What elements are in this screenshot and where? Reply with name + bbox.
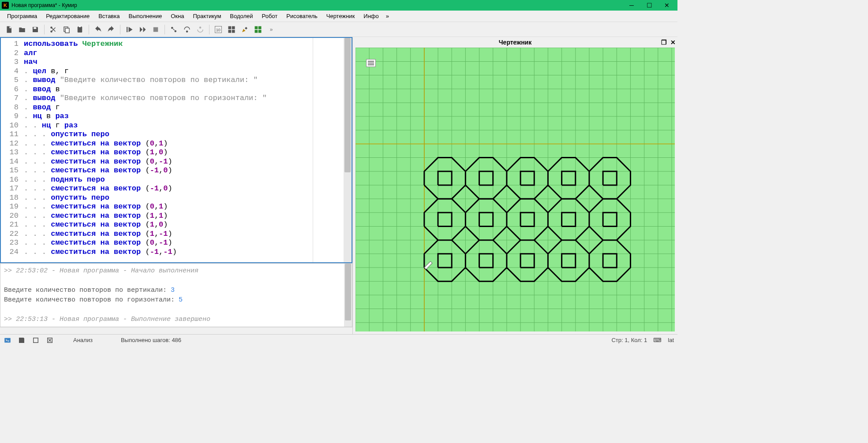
svg-rect-20 [258,26,262,29]
window-title: Новая программа* - Кумир [11,2,623,8]
paste-button[interactable] [74,23,86,36]
toolbar: 10 » [0,22,677,37]
minimize-button[interactable]: ─ [623,0,640,11]
drawing-panel-title: Чертежник ❐ ✕ [353,37,677,48]
svg-rect-19 [255,26,258,29]
svg-point-9 [171,27,173,29]
copy-button[interactable] [60,23,73,36]
step-into-button[interactable] [168,23,180,36]
new-file-button[interactable] [3,23,15,36]
redo-button[interactable] [105,23,117,36]
menu-программа[interactable]: Программа [4,12,41,20]
cut-button[interactable] [47,23,60,36]
save-file-button[interactable] [29,23,41,36]
step-over-button[interactable] [181,23,193,36]
step-out-button[interactable] [194,23,206,36]
console-output[interactable]: >> 22:53:02 - Новая программа - Начало в… [0,264,344,327]
console-hscroll[interactable] [0,327,352,334]
maximize-button[interactable]: ☐ [640,0,658,11]
menu-практикум[interactable]: Практикум [189,12,224,20]
svg-rect-17 [228,30,232,33]
svg-rect-8 [153,27,158,32]
panel-title-text: Чертежник [499,39,531,46]
left-pane: 123456789101112131415161718192021222324 … [0,37,353,334]
svg-point-1 [50,30,52,33]
status-save-icon[interactable] [18,336,26,344]
code-editor[interactable]: 123456789101112131415161718192021222324 … [0,37,352,263]
svg-rect-5 [78,26,82,33]
status-cursor-pos: Стр: 1, Кол: 1 [611,337,647,343]
svg-rect-6 [79,26,81,27]
canvas-menu-icon[interactable] [366,59,376,67]
svg-rect-7 [127,27,127,32]
line-gutter: 123456789101112131415161718192021222324 [1,38,22,262]
status-steps: Выполнено шагов: 486 [121,337,181,343]
svg-rect-16 [232,26,235,29]
svg-point-12 [199,26,202,29]
editor-margin [313,38,344,262]
menu-overflow[interactable]: » [384,12,391,20]
menu-чертежник[interactable]: Чертежник [323,12,359,20]
app-icon: K [2,2,9,9]
right-pane: Чертежник ❐ ✕ [353,37,677,334]
status-clear-icon[interactable] [46,336,54,344]
console-vscroll[interactable] [344,264,352,327]
brush-button[interactable] [239,23,251,36]
svg-point-2 [50,26,52,29]
svg-rect-4 [65,28,69,33]
drawing-svg [355,48,675,331]
toolbar-overflow[interactable]: » [265,23,277,36]
svg-text:10: 10 [216,27,221,32]
panel-close-icon[interactable]: ✕ [670,39,676,46]
close-button[interactable]: ✕ [658,0,676,11]
menu-редактирование[interactable]: Редактирование [42,12,93,20]
main-area: 123456789101112131415161718192021222324 … [0,37,677,334]
menu-инфо[interactable]: Инфо [360,12,382,20]
statusbar: Анализ Выполнено шагов: 486 Стр: 1, Кол:… [0,334,677,346]
drawing-canvas[interactable] [355,48,675,331]
svg-rect-15 [228,26,232,29]
svg-rect-71 [34,338,38,342]
svg-rect-22 [258,30,262,33]
editor-vscroll[interactable] [344,38,352,262]
titlebar: K Новая программа* - Кумир ─ ☐ ✕ [0,0,677,11]
grid-10-button[interactable]: 10 [212,23,224,36]
menubar: ПрограммаРедактированиеВставкаВыполнение… [0,11,677,22]
menu-вставка[interactable]: Вставка [95,12,123,20]
code-area[interactable]: использовать Чертежникалгнач. цел в, г. … [22,38,313,262]
status-analysis: Анализ [73,337,93,343]
svg-point-10 [175,30,177,32]
svg-point-11 [186,30,188,33]
svg-rect-70 [4,338,11,342]
grid-4-button[interactable] [225,23,238,36]
svg-rect-18 [232,30,235,33]
panel-maximize-icon[interactable]: ❐ [661,39,667,46]
grid-green-button[interactable] [252,23,264,36]
run-step-button[interactable] [136,23,149,36]
menu-робот[interactable]: Робот [258,12,281,20]
undo-button[interactable] [92,23,104,36]
open-file-button[interactable] [16,23,28,36]
status-keyboard-icon[interactable]: ⌨ [653,337,662,343]
stop-button[interactable] [150,23,162,36]
svg-rect-0 [34,27,36,29]
status-copy-icon[interactable] [32,336,40,344]
run-button[interactable] [123,23,135,36]
menu-водолей[interactable]: Водолей [226,12,256,20]
console-panel: >> 22:53:02 - Новая программа - Начало в… [0,263,352,327]
status-console-icon[interactable] [4,336,11,344]
svg-rect-21 [255,30,258,33]
status-lang[interactable]: lat [668,337,674,343]
menu-рисователь[interactable]: Рисователь [283,12,321,20]
menu-окна[interactable]: Окна [167,12,187,20]
menu-выполнение[interactable]: Выполнение [125,12,165,20]
